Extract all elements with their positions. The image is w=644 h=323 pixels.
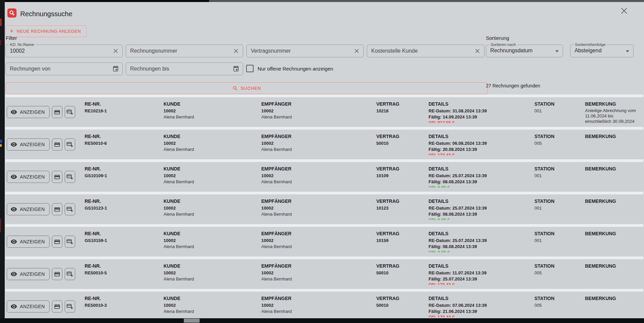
payment-button[interactable] — [52, 268, 62, 280]
credit-card-icon — [54, 174, 60, 180]
faellig-value: Fällig: 08.08.2024 13:39 — [429, 211, 534, 217]
open-invoices-only-toggle[interactable]: Nur offene Rechnungen anzeigen — [246, 65, 333, 72]
invoice-search-dialog: Rechnungssuche + NEUE RECHNUNG ANLEGEN F… — [5, 2, 644, 318]
show-invoice-button[interactable]: ANZEIGEN — [7, 203, 50, 215]
details-header: DETAILS — [429, 134, 534, 139]
faellig-value: Fällig: 08.08.2024 13:39 — [429, 244, 534, 250]
invoices-to-input[interactable] — [126, 63, 243, 75]
re-nr-value: RE50010-3 — [85, 302, 164, 308]
clear-cost-center-button[interactable] — [473, 46, 482, 56]
cost-center-input[interactable] — [367, 45, 484, 57]
app-logo — [7, 8, 17, 18]
op-value: OP: 173,43 € — [429, 152, 534, 155]
empfaenger-header: EMPFÄNGER — [261, 101, 376, 107]
clear-contract-number-button[interactable] — [352, 46, 361, 56]
eye-icon — [10, 271, 17, 277]
empfaenger-name: Alena Bernhard — [261, 244, 376, 250]
clear-invoice-number-button[interactable] — [231, 46, 241, 56]
search-button[interactable]: SUCHEN — [5, 82, 488, 94]
vertrag-header: VERTRAG — [376, 134, 429, 139]
eye-icon — [10, 303, 17, 310]
add-payment-button[interactable] — [65, 268, 75, 280]
empfaenger-name: Alena Bernhard — [261, 179, 376, 185]
invoice-number-input[interactable] — [126, 45, 243, 57]
kunde-header: KUNDE — [164, 134, 261, 139]
contract-number-field — [246, 45, 364, 57]
clear-icon — [233, 48, 239, 54]
payment-button[interactable] — [52, 203, 62, 215]
plus-icon: + — [10, 28, 14, 34]
details-header: DETAILS — [429, 296, 534, 301]
new-invoice-button[interactable]: + NEUE RECHNUNG ANLEGEN — [5, 25, 87, 37]
add-payment-button[interactable] — [65, 300, 75, 313]
re-datum-value: RE-Datum: 07.06.2024 13:39 — [429, 302, 534, 308]
scrollbar-thumb[interactable] — [184, 319, 200, 323]
invoice-number-field — [126, 45, 243, 57]
table-row: ANZEIGEN RE-NR. RE10218-1 KUNDE 10002 — [5, 97, 643, 127]
credit-card-plus-icon — [66, 173, 73, 180]
eye-icon — [10, 238, 17, 245]
sort-order-label: Sortierreihenfolge — [574, 42, 607, 47]
station-value: 005 — [534, 270, 585, 276]
add-payment-button[interactable] — [65, 203, 75, 215]
clear-icon — [353, 48, 360, 54]
show-invoice-button[interactable]: ANZEIGEN — [7, 300, 50, 313]
empfaenger-header: EMPFÄNGER — [261, 231, 376, 237]
empfaenger-header: EMPFÄNGER — [261, 166, 376, 172]
checkbox-unchecked-icon[interactable] — [246, 65, 254, 72]
invoices-from-input[interactable] — [6, 63, 122, 75]
payment-button[interactable] — [52, 300, 62, 313]
add-payment-button[interactable] — [65, 106, 75, 118]
close-dialog-button[interactable] — [620, 6, 629, 16]
kunde-number: 10002 — [164, 140, 261, 146]
show-invoice-button[interactable]: ANZEIGEN — [7, 138, 50, 151]
show-invoice-button[interactable]: ANZEIGEN — [7, 268, 50, 280]
from-date-picker-button[interactable] — [111, 64, 120, 74]
details-header: DETAILS — [429, 101, 534, 107]
re-nr-header: RE-NR. — [85, 231, 164, 237]
clear-customer-button[interactable] — [111, 46, 120, 56]
show-invoice-button[interactable]: ANZEIGEN — [7, 106, 50, 118]
payment-button[interactable] — [52, 106, 62, 118]
to-date-picker-button[interactable] — [231, 64, 241, 74]
details-header: DETAILS — [429, 263, 534, 269]
station-value: 001 — [534, 205, 585, 211]
caret-down-icon — [626, 50, 629, 52]
sort-by-value: Rechnungsdatum — [490, 48, 532, 54]
kunde-name: Alena Bernhard — [164, 211, 261, 217]
details-header: DETAILS — [429, 198, 534, 204]
add-payment-button[interactable] — [65, 171, 75, 183]
bemerkung-header: BEMERKUNG — [585, 231, 640, 237]
vertrag-value: 10123 — [376, 205, 429, 211]
payment-button[interactable] — [52, 236, 62, 248]
contract-number-input[interactable] — [247, 45, 363, 57]
empfaenger-name: Alena Bernhard — [261, 211, 376, 217]
show-invoice-label: ANZEIGEN — [20, 271, 45, 277]
payment-button[interactable] — [52, 138, 62, 151]
sort-by-label: Sortieren nach — [489, 42, 517, 47]
vertrag-header: VERTRAG — [376, 166, 429, 172]
empfaenger-header: EMPFÄNGER — [261, 296, 376, 301]
sort-by-select[interactable]: Sortieren nach Rechnungsdatum — [486, 45, 563, 57]
empfaenger-name: Alena Bernhard — [261, 146, 376, 153]
kunde-header: KUNDE — [164, 198, 261, 204]
table-row: ANZEIGEN RE-NR. GS10159-1 KUNDE 10002 — [5, 227, 643, 257]
show-invoice-label: ANZEIGEN — [20, 142, 45, 147]
station-header: STATION — [534, 166, 585, 172]
show-invoice-button[interactable]: ANZEIGEN — [7, 236, 50, 248]
station-header: STATION — [534, 231, 585, 237]
credit-card-plus-icon — [66, 206, 73, 213]
background-bottom-bar — [0, 318, 644, 323]
kunde-number: 10002 — [164, 205, 261, 211]
add-payment-button[interactable] — [65, 236, 75, 248]
re-nr-header: RE-NR. — [85, 263, 164, 269]
op-value: OP: 0,00 € — [429, 249, 534, 252]
invoices-to-field — [126, 62, 243, 75]
show-invoice-button[interactable]: ANZEIGEN — [7, 171, 50, 183]
vertrag-value: 10218 — [376, 108, 429, 114]
faellig-value: Fällig: 14.09.2024 13:39 — [429, 114, 534, 120]
sort-order-select[interactable]: Sortierreihenfolge Absteigend — [570, 45, 634, 57]
re-nr-value: GS10123-1 — [85, 205, 164, 211]
add-payment-button[interactable] — [65, 138, 75, 151]
payment-button[interactable] — [52, 171, 62, 183]
